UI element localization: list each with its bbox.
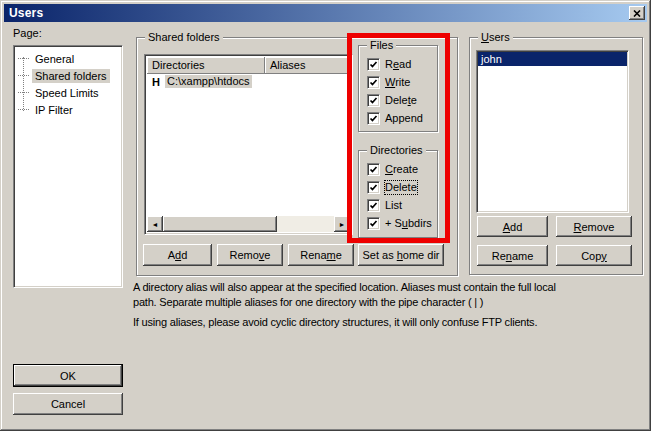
tree-item-general[interactable]: General [18,50,118,67]
checkbox-label[interactable]: Write [385,76,410,89]
check-icon [369,96,378,105]
checkbox-subdirs[interactable]: + Subdirs [367,217,432,230]
directories-group-label: Directories [367,144,426,157]
set-as-home-dir-button[interactable]: Set as home dir [358,244,444,266]
directories-list[interactable]: Directories Aliases H C:\xampp\htdocs ◄ … [144,54,353,235]
user-rename-button[interactable]: Rename [477,245,548,266]
tree-item-label: IP Filter [32,103,76,117]
folder-remove-button[interactable]: Remove [217,244,283,266]
tree-item-label: Speed Limits [32,86,102,100]
directories-group: Directories Create Delete List + Subdirs [358,150,438,238]
user-add-button[interactable]: Add [477,216,548,237]
tree-connector [18,58,29,59]
directory-row[interactable]: H C:\xampp\htdocs [147,74,350,89]
tree-connector [18,75,29,76]
column-header-aliases[interactable]: Aliases [265,57,350,74]
alias-note-line2: path. Separate multiple aliases for one … [133,296,483,308]
checkbox-box[interactable] [367,58,380,71]
checkbox-delete-file[interactable]: Delete [367,94,417,107]
button-label: Rename [492,250,534,262]
checkbox-label[interactable]: Create [385,163,418,176]
titlebar[interactable]: Users [4,4,647,22]
cancel-button[interactable]: Cancel [13,393,123,415]
checkbox-box[interactable] [367,76,380,89]
checkbox-label[interactable]: List [385,199,402,212]
files-group-label: Files [367,39,396,52]
users-list[interactable]: john [476,50,629,213]
window-title: Users [9,6,43,20]
horizontal-scrollbar[interactable]: ◄ ► [147,216,350,232]
button-label: Add [168,249,188,261]
button-label: Cancel [51,398,85,410]
users-dialog: Users Page: General Shared folders Speed… [0,0,651,431]
checkbox-delete-dir[interactable]: Delete [367,181,417,194]
user-row-john[interactable]: john [478,52,627,66]
check-icon [369,60,378,69]
checkbox-box[interactable] [367,199,380,212]
button-label: OK [60,370,76,382]
page-label: Page: [13,27,42,39]
check-icon [369,201,378,210]
check-icon [369,114,378,123]
checkbox-box[interactable] [367,163,380,176]
tree-connector [18,92,29,93]
check-icon [369,219,378,228]
home-flag: H [152,76,165,88]
tree-item-label: Shared folders [32,69,110,83]
scroll-left-icon: ◄ [152,221,159,228]
button-label: Remove [230,249,271,261]
tree-item-speed-limits[interactable]: Speed Limits [18,84,118,101]
check-icon [369,165,378,174]
checkbox-label[interactable]: Append [385,112,423,125]
tree-connector [18,109,29,110]
scroll-right-button[interactable]: ► [334,216,350,232]
users-group-label: Users [478,31,513,44]
button-label: Copy [581,250,607,262]
folder-rename-button[interactable]: Rename [288,244,354,266]
checkbox-create[interactable]: Create [367,163,418,176]
close-icon [633,10,641,17]
column-header-directories[interactable]: Directories [147,57,265,74]
checkbox-label[interactable]: + Subdirs [385,217,432,230]
alias-note-line3: If using aliases, please avoid cyclic di… [133,316,537,328]
user-copy-button[interactable]: Copy [556,245,632,266]
folder-add-button[interactable]: Add [143,244,212,266]
files-group: Files Read Write Delete Append [358,45,438,132]
tree-item-label: General [32,52,77,66]
checkbox-list[interactable]: List [367,199,402,212]
scrollbar-thumb[interactable] [163,216,277,232]
button-label: Set as home dir [362,249,439,261]
scroll-right-icon: ► [339,221,346,228]
checkbox-label[interactable]: Delete [385,94,417,107]
tree-item-ip-filter[interactable]: IP Filter [18,101,118,118]
checkbox-label[interactable]: Delete [385,181,417,194]
checkbox-label[interactable]: Read [385,58,411,71]
close-button[interactable] [629,6,645,20]
list-header: Directories Aliases [147,57,350,74]
checkbox-write[interactable]: Write [367,76,410,89]
button-label: Remove [574,221,615,233]
user-remove-button[interactable]: Remove [556,216,632,237]
scroll-left-button[interactable]: ◄ [147,216,163,232]
checkbox-box[interactable] [367,94,380,107]
alias-note-line1: A directory alias will also appear at th… [133,281,556,293]
shared-folders-group-label: Shared folders [145,31,223,44]
checkbox-box[interactable] [367,112,380,125]
checkbox-box[interactable] [367,181,380,194]
ok-button[interactable]: OK [13,364,123,387]
checkbox-read[interactable]: Read [367,58,411,71]
button-label: Rename [300,249,342,261]
directory-path: C:\xampp\htdocs [165,75,252,88]
checkbox-box[interactable] [367,217,380,230]
button-label: Add [503,221,523,233]
check-icon [369,183,378,192]
page-tree[interactable]: General Shared folders Speed Limits IP F… [13,45,123,288]
tree-item-shared-folders[interactable]: Shared folders [18,67,118,84]
checkbox-append[interactable]: Append [367,112,423,125]
check-icon [369,78,378,87]
